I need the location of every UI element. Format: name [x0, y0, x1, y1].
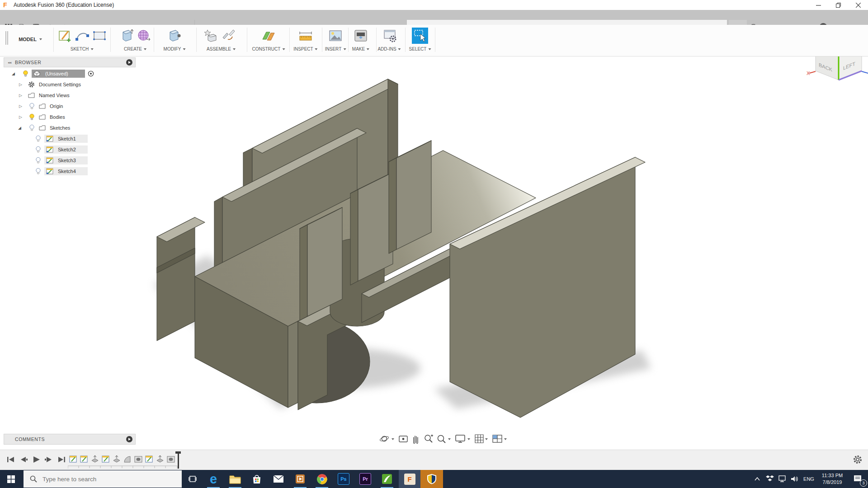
tree-item-label[interactable]: Bodies — [50, 114, 65, 120]
tree-row-origin[interactable]: ▷ Origin — [4, 101, 136, 111]
taskbar-defender-shield-icon[interactable] — [420, 470, 443, 488]
timeline-feature-extrude[interactable] — [90, 455, 99, 464]
visibility-bulb-off-icon[interactable] — [35, 136, 41, 142]
group-insert[interactable]: INSERT — [325, 47, 346, 52]
tree-row-sketch1[interactable]: Sketch1 — [4, 134, 136, 144]
create-sketch-icon[interactable] — [57, 28, 73, 44]
timeline-step-back-icon[interactable] — [19, 455, 28, 464]
display-caret-icon[interactable] — [467, 438, 470, 440]
visibility-bulb-off-icon[interactable] — [29, 125, 35, 131]
group-assemble[interactable]: ASSEMBLE — [207, 47, 236, 52]
measure-icon[interactable] — [297, 28, 314, 44]
restore-button[interactable] — [828, 0, 848, 10]
root-document-label[interactable]: (Unsaved) — [45, 71, 68, 76]
insert-image-icon[interactable] — [327, 28, 344, 44]
tree-row-bodies[interactable]: ▷ Bodies — [4, 112, 136, 122]
group-inspect[interactable]: INSPECT — [293, 47, 317, 52]
extrude-icon[interactable] — [118, 28, 135, 44]
rectangle-sketch-icon[interactable] — [91, 28, 108, 44]
taskbar-movies-tv-icon[interactable] — [290, 470, 310, 488]
timeline-feature-hole[interactable] — [166, 455, 175, 464]
taskbar-sketchbook-icon[interactable] — [377, 470, 397, 488]
joint-icon[interactable] — [221, 28, 237, 44]
tree-item-label[interactable]: Sketches — [50, 125, 70, 131]
close-window-button[interactable] — [848, 0, 868, 10]
search-input[interactable] — [42, 475, 170, 483]
minimize-button[interactable] — [808, 0, 828, 10]
timeline-feature-extrude[interactable] — [112, 455, 121, 464]
tree-item-label[interactable]: Document Settings — [39, 82, 81, 87]
activate-radio-icon[interactable] — [88, 70, 94, 77]
task-view-button[interactable] — [183, 470, 203, 488]
zoom-icon[interactable] — [423, 433, 434, 445]
tree-row-root[interactable]: ◢ (Unsaved) — [4, 69, 136, 79]
viewports-caret-icon[interactable] — [504, 438, 507, 440]
fit-point-spline-icon[interactable] — [74, 28, 90, 44]
display-settings-icon[interactable] — [455, 433, 466, 445]
tree-row-sketch4[interactable]: Sketch4 — [4, 166, 136, 176]
tree-row-sketch3[interactable]: Sketch3 — [4, 155, 136, 165]
tray-clock[interactable]: 11:33 PM 7/8/2019 — [818, 472, 846, 486]
grid-snap-icon[interactable] — [474, 433, 485, 445]
create-form-icon[interactable] — [136, 28, 152, 44]
make-3d-print-icon[interactable] — [353, 28, 369, 44]
group-select[interactable]: SELECT — [409, 47, 431, 52]
timeline-feature-hole[interactable] — [134, 455, 143, 464]
timeline-play-icon[interactable] — [32, 455, 41, 464]
taskbar-premiere-icon[interactable]: Pr — [355, 470, 375, 488]
grid-caret-icon[interactable] — [485, 438, 488, 440]
visibility-bulb-on-icon[interactable] — [29, 114, 35, 121]
comments-panel-header[interactable]: COMMENTS — [4, 434, 136, 445]
start-button[interactable] — [1, 470, 21, 488]
collapse-icon[interactable]: ▷ — [19, 93, 22, 98]
press-pull-icon[interactable] — [166, 28, 183, 44]
timeline-feature-extrude[interactable] — [156, 455, 165, 464]
timeline-feature-sketch[interactable] — [69, 455, 78, 464]
tree-row-named-views[interactable]: ▷ Named Views — [4, 90, 136, 100]
group-sketch[interactable]: SKETCH — [71, 47, 94, 52]
group-create[interactable]: CREATE — [124, 47, 146, 52]
group-construct[interactable]: CONSTRUCT — [252, 47, 285, 52]
taskbar-fusion-360-icon[interactable]: F — [399, 470, 420, 488]
sketch-item-label[interactable]: Sketch3 — [58, 158, 76, 163]
timeline-go-to-end-icon[interactable] — [57, 455, 66, 464]
expand-icon[interactable]: ◢ — [12, 71, 15, 76]
taskbar-file-explorer-icon[interactable] — [225, 470, 245, 488]
select-tool-icon[interactable] — [412, 28, 428, 44]
visibility-bulb-off-icon[interactable] — [35, 157, 41, 164]
viewports-icon[interactable] — [492, 433, 503, 445]
sketch-item-label[interactable]: Sketch2 — [58, 147, 76, 152]
group-modify[interactable]: MODIFY — [164, 47, 186, 52]
taskbar-store-icon[interactable] — [247, 470, 267, 488]
visibility-bulb-off-icon[interactable] — [29, 103, 35, 110]
expand-icon[interactable]: ◢ — [18, 126, 21, 130]
action-center-icon[interactable]: 3 — [848, 470, 868, 488]
taskbar-edge-icon[interactable]: e — [203, 470, 223, 488]
collapse-icon[interactable]: ▷ — [19, 82, 22, 87]
visibility-bulb-off-icon[interactable] — [35, 168, 41, 175]
group-add-ins[interactable]: ADD-INS — [377, 47, 401, 52]
taskbar-photoshop-icon[interactable]: Ps — [334, 470, 354, 488]
tree-row-document-settings[interactable]: ▷ Document Settings — [4, 80, 136, 89]
collapse-icon[interactable]: ▷ — [19, 104, 22, 108]
collapse-icon[interactable]: ▷ — [19, 115, 22, 119]
ribbon-grip[interactable] — [5, 31, 6, 45]
taskbar-search-box[interactable] — [24, 470, 182, 488]
panel-collapse-icon[interactable]: ◂◂ — [8, 61, 11, 65]
fit-caret-icon[interactable] — [448, 438, 451, 440]
taskbar-chrome-icon[interactable] — [312, 470, 332, 488]
comments-panel-menu-icon[interactable] — [126, 436, 132, 442]
timeline-feature-sketch[interactable] — [145, 455, 154, 464]
visibility-bulb-off-icon[interactable] — [35, 146, 41, 153]
timeline-feature-sketch[interactable] — [80, 455, 89, 464]
browser-panel-header[interactable]: ◂◂ BROWSER — [4, 57, 136, 67]
look-at-icon[interactable] — [398, 433, 409, 445]
sketch-item-label[interactable]: Sketch4 — [58, 169, 76, 174]
tray-chevron-up-icon[interactable] — [751, 470, 763, 488]
tray-language-indicator[interactable]: ENG — [801, 470, 816, 488]
sketch-item-label[interactable]: Sketch1 — [58, 136, 76, 141]
timeline-step-forward-icon[interactable] — [44, 455, 53, 464]
group-make[interactable]: MAKE — [352, 47, 369, 52]
orbit-caret-icon[interactable] — [392, 438, 394, 440]
visibility-bulb-on-icon[interactable] — [23, 70, 28, 77]
